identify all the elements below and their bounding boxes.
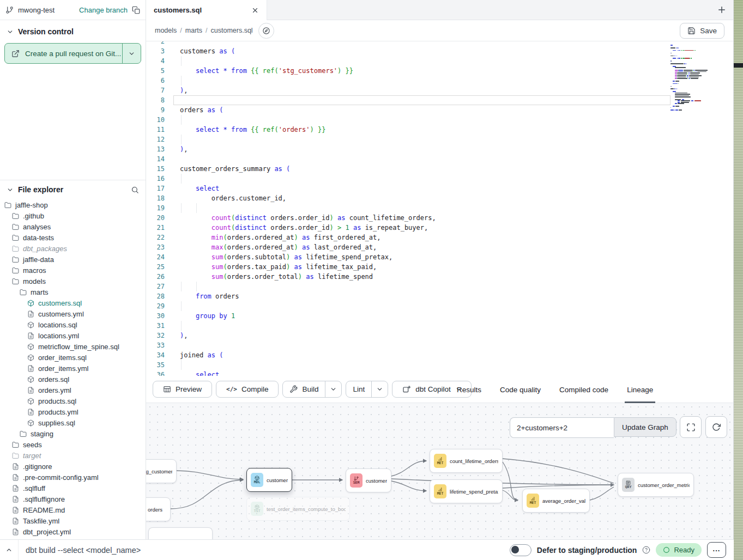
code-line-36[interactable]: 36 select bbox=[146, 370, 733, 376]
create-pr-dropdown[interactable] bbox=[122, 44, 141, 63]
file-tree-item-taskfile.yml[interactable]: Taskfile.yml bbox=[0, 515, 146, 526]
code-line-31[interactable]: 31 bbox=[146, 321, 733, 331]
code-line-34[interactable]: 34joined as ( bbox=[146, 350, 733, 360]
change-branch-link[interactable]: Change branch bbox=[79, 6, 128, 14]
compass-icon[interactable] bbox=[258, 23, 274, 39]
copy-icon[interactable] bbox=[132, 6, 140, 14]
code-line-15[interactable]: 15customer_orders_summary as ( bbox=[146, 164, 733, 174]
file-tree-item-order-items.sql[interactable]: order_items.sql bbox=[0, 352, 146, 363]
file-tree-item-locations.sql[interactable]: locations.sql bbox=[0, 319, 146, 330]
preview-button[interactable]: Preview bbox=[153, 381, 212, 398]
lineage-selector-input[interactable] bbox=[510, 417, 614, 438]
file-tree-item-products.sql[interactable]: products.sql bbox=[0, 395, 146, 406]
file-tree-item-customers.sql[interactable]: customers.sql bbox=[0, 297, 146, 308]
minimap[interactable] bbox=[670, 45, 725, 121]
code-line-3[interactable]: 3customers as ( bbox=[146, 46, 733, 56]
code-line-13[interactable]: 13), bbox=[146, 144, 733, 154]
file-tree-item-analyses[interactable]: analyses bbox=[0, 221, 146, 232]
code-line-4[interactable]: 4 bbox=[146, 56, 733, 66]
panel-tab-code-quality[interactable]: Code quality bbox=[500, 376, 541, 403]
code-line-10[interactable]: 10 bbox=[146, 115, 733, 125]
code-line-33[interactable]: 33 bbox=[146, 340, 733, 350]
file-tree-item-.sqlfluffignore[interactable]: .sqlfluffignore bbox=[0, 494, 146, 504]
file-tree-item-macros[interactable]: macros bbox=[0, 265, 146, 276]
code-line-2[interactable]: 2 bbox=[146, 41, 733, 46]
breadcrumb-segment[interactable]: models bbox=[155, 27, 177, 34]
file-tree-item-supplies.sql[interactable]: supplies.sql bbox=[0, 417, 146, 428]
file-tree-item-dbt-project.yml[interactable]: dbt_project.yml bbox=[0, 526, 146, 537]
file-tree-item-staging[interactable]: staging bbox=[0, 428, 146, 439]
lineage-node-customers_mdl[interactable]: MDLcustomers bbox=[246, 468, 292, 492]
code-line-16[interactable]: 16 bbox=[146, 174, 733, 184]
file-tree-item-products.yml[interactable]: products.yml bbox=[0, 406, 146, 417]
code-line-11[interactable]: 11 select * from {{ ref('orders') }} bbox=[146, 125, 733, 135]
panel-tab-lineage[interactable]: Lineage bbox=[627, 376, 653, 403]
file-tree-item-jaffle-data[interactable]: jaffle-data bbox=[0, 254, 146, 265]
command-input[interactable]: dbt build --select <model_name> bbox=[26, 546, 141, 555]
file-tree-item-data-tests[interactable]: data-tests bbox=[0, 232, 146, 243]
fullscreen-button[interactable] bbox=[680, 416, 702, 438]
file-explorer-header[interactable]: File explorer bbox=[0, 180, 146, 197]
file-tree-item-readme.md[interactable]: README.md bbox=[0, 504, 146, 515]
collapse-command-bar-button[interactable] bbox=[0, 540, 19, 560]
refresh-button[interactable] bbox=[705, 416, 727, 438]
code-line-8[interactable]: 8 bbox=[146, 95, 733, 105]
file-tree-item-.sqlfluff[interactable]: .sqlfluff bbox=[0, 483, 146, 494]
new-tab-button[interactable] bbox=[715, 3, 729, 17]
lineage-node-lifetime_spend_pretax[interactable]: METlifetime_spend_pretax bbox=[430, 479, 503, 503]
code-line-14[interactable]: 14 bbox=[146, 154, 733, 164]
file-tree-item-jaffle-shop[interactable]: jaffle-shop bbox=[0, 199, 146, 210]
code-line-20[interactable]: 20 count(distinct orders.order_id) as co… bbox=[146, 213, 733, 223]
code-editor[interactable]: 23customers as (45 select * from {{ ref(… bbox=[146, 41, 733, 376]
file-tree-item-locations.yml[interactable]: locations.yml bbox=[0, 330, 146, 341]
code-line-6[interactable]: 6 bbox=[146, 76, 733, 86]
lineage-node-count_lifetime_orders[interactable]: METcount_lifetime_orders bbox=[430, 449, 503, 473]
version-control-header[interactable]: Version control bbox=[0, 20, 146, 41]
lint-button[interactable]: Lint bbox=[346, 381, 371, 397]
file-tree-item-metricflow-time-spine.sql[interactable]: metricflow_time_spine.sql bbox=[0, 341, 146, 352]
file-tree-item-marts[interactable]: marts bbox=[0, 287, 146, 297]
file-tree-item-seeds[interactable]: seeds bbox=[0, 439, 146, 450]
code-line-28[interactable]: 28 from orders bbox=[146, 291, 733, 301]
code-line-27[interactable]: 27 bbox=[146, 282, 733, 291]
code-line-19[interactable]: 19 bbox=[146, 203, 733, 213]
code-line-30[interactable]: 30 group by 1 bbox=[146, 311, 733, 321]
breadcrumb-segment[interactable]: marts bbox=[185, 27, 202, 34]
file-tree-item-.gitignore[interactable]: .gitignore bbox=[0, 461, 146, 472]
code-line-5[interactable]: 5 select * from {{ ref('stg_customers') … bbox=[146, 66, 733, 76]
close-icon[interactable] bbox=[251, 7, 259, 14]
update-graph-button[interactable]: Update Graph bbox=[614, 417, 676, 437]
breadcrumb-segment[interactable]: customers.sql bbox=[211, 27, 253, 34]
lint-dropdown[interactable] bbox=[371, 381, 388, 397]
lineage-node-orders[interactable]: MDLorders bbox=[146, 497, 171, 521]
code-line-12[interactable]: 12 bbox=[146, 135, 733, 144]
code-line-26[interactable]: 26 sum(orders.order_total) as lifetime_s… bbox=[146, 272, 733, 282]
code-line-23[interactable]: 23 max(orders.ordered_at) as last_ordere… bbox=[146, 242, 733, 252]
lineage-node-customer_order_metrics[interactable]: QRYcustomer_order_metrics bbox=[618, 473, 694, 497]
code-line-21[interactable]: 21 count(distinct orders.order_id) > 1 a… bbox=[146, 223, 733, 233]
file-tree-item-.github[interactable]: .github bbox=[0, 210, 146, 221]
more-options-button[interactable]: ... bbox=[707, 542, 726, 558]
lineage-node-average_order_value[interactable]: METaverage_order_value bbox=[522, 489, 590, 513]
lineage-node-stg_customers[interactable]: MDLstg_customers bbox=[146, 459, 177, 483]
build-button[interactable]: Build bbox=[283, 381, 325, 397]
file-tree-item-target[interactable]: target bbox=[0, 450, 146, 461]
code-area[interactable]: 23customers as (45 select * from {{ ref(… bbox=[146, 41, 733, 376]
lineage-node-partial_node[interactable] bbox=[148, 527, 213, 539]
code-line-32[interactable]: 32), bbox=[146, 331, 733, 340]
lineage-panel[interactable]: MDLstg_customersMDLordersMDLcustomersTST… bbox=[146, 403, 733, 539]
file-tree-item-.pre-commit-config.yaml[interactable]: .pre-commit-config.yaml bbox=[0, 472, 146, 483]
code-line-9[interactable]: 9orders as ( bbox=[146, 105, 733, 115]
code-line-29[interactable]: 29 bbox=[146, 301, 733, 311]
code-line-17[interactable]: 17 select bbox=[146, 184, 733, 193]
file-tree-item-customers.yml[interactable]: customers.yml bbox=[0, 308, 146, 319]
create-pr-button[interactable]: Create a pull request on Git... bbox=[4, 43, 141, 64]
file-tree-item-models[interactable]: models bbox=[0, 276, 146, 287]
code-line-24[interactable]: 24 sum(orders.subtotal) as lifetime_spen… bbox=[146, 252, 733, 262]
save-button[interactable]: Save bbox=[680, 23, 724, 39]
file-tree-item-orders.yml[interactable]: orders.yml bbox=[0, 385, 146, 395]
code-line-35[interactable]: 35 bbox=[146, 360, 733, 370]
code-line-22[interactable]: 22 min(orders.ordered_at) as first_order… bbox=[146, 233, 733, 242]
build-dropdown[interactable] bbox=[325, 381, 341, 397]
file-tree-item-dbt-packages[interactable]: dbt_packages bbox=[0, 243, 146, 254]
